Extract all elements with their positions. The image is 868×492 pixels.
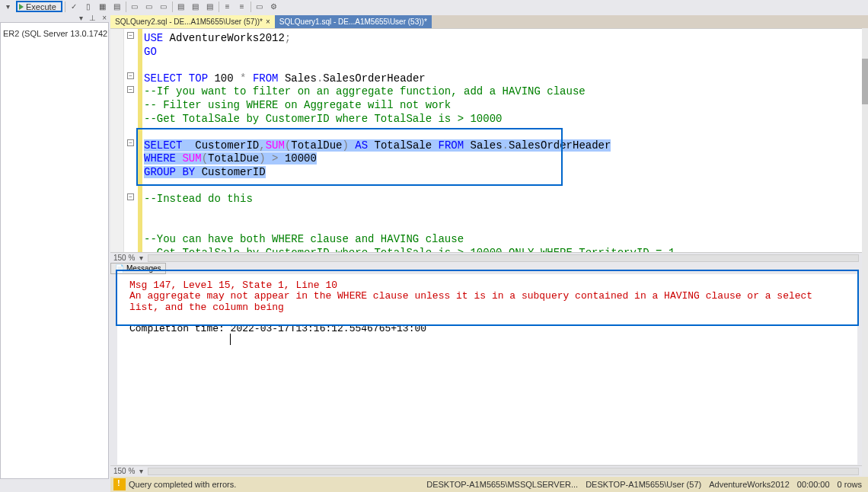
grid-icon[interactable]: ▦ <box>97 1 109 12</box>
execute-button[interactable]: Execute <box>16 1 62 12</box>
bookmark-icon[interactable]: ▭ <box>254 1 266 12</box>
zoom-label: 150 % <box>113 467 135 475</box>
close-icon[interactable]: × <box>100 14 109 22</box>
options-icon[interactable]: ▤ <box>204 1 216 12</box>
horizontal-scrollbar[interactable] <box>148 468 859 475</box>
text-cursor <box>230 334 231 345</box>
status-time: 00:00:00 <box>797 480 830 489</box>
execute-label: Execute <box>26 2 56 11</box>
sql-editor[interactable]: − − − − − USE AdventureWorks2012; GO SEL… <box>110 28 862 252</box>
io-icon[interactable]: ▭ <box>158 1 170 12</box>
tab-label: SQLQuery2.sql - DE...A1M5655\User (57))* <box>115 18 263 26</box>
zoom-dropdown-icon[interactable]: ▾ <box>139 254 143 262</box>
fold-icon[interactable]: − <box>127 72 134 79</box>
server-node-label: ER2 (SQL Server 13.0.1742.0 - DESKTOP-A <box>3 29 109 38</box>
separator <box>126 2 126 12</box>
object-explorer[interactable]: ER2 (SQL Server 13.0.1742.0 - DESKTOP-A <box>0 22 109 479</box>
fold-icon[interactable]: − <box>127 193 134 200</box>
vertical-scrollbar[interactable] <box>862 28 868 476</box>
fold-gutter: − − − − − <box>124 29 138 252</box>
check-icon[interactable]: ✓ <box>68 1 80 12</box>
separator <box>65 2 65 12</box>
status-server: DESKTOP-A1M5655\MSSQLSERVER... <box>426 480 578 489</box>
plan-icon[interactable]: ▭ <box>129 1 141 12</box>
messages-tab[interactable]: 📄 Messages <box>110 263 166 274</box>
messages-zoom-bar: 150 % ▾ <box>110 465 862 476</box>
separator <box>219 2 219 12</box>
dropdown-icon[interactable]: ▾ <box>77 14 85 22</box>
messages-pane[interactable]: Msg 147, Level 15, State 1, Line 10 An a… <box>117 274 857 465</box>
warning-icon <box>113 478 126 490</box>
outdent-icon[interactable]: ≡ <box>236 1 248 12</box>
pin-icon[interactable]: ⊥ <box>87 14 98 22</box>
fold-icon[interactable]: − <box>127 86 134 93</box>
error-header: Msg 147, Level 15, State 1, Line 10 <box>129 280 845 291</box>
uncomment-icon[interactable]: ▤ <box>190 1 202 12</box>
zoom-label: 150 % <box>113 254 135 262</box>
code-text[interactable]: USE AdventureWorks2012; GO SELECT TOP 10… <box>142 29 862 252</box>
messages-icon: 📄 <box>115 264 124 273</box>
tab-label: SQLQuery1.sql - DE...A1M5655\User (53))* <box>279 18 427 26</box>
status-user: DESKTOP-A1M5655\User (57) <box>586 480 701 489</box>
status-database: AdventureWorks2012 <box>709 480 790 489</box>
fold-icon[interactable]: − <box>127 32 134 39</box>
help-icon[interactable]: ⚙ <box>268 1 280 12</box>
tab-sqlquery2[interactable]: SQLQuery2.sql - DE...A1M5655\User (57))*… <box>110 15 275 28</box>
editor-zoom-bar: 150 % ▾ <box>110 252 862 263</box>
comment-icon[interactable]: ▤ <box>175 1 187 12</box>
fold-icon[interactable]: − <box>127 139 134 146</box>
close-icon[interactable]: × <box>266 18 270 26</box>
status-rows: 0 rows <box>838 480 862 489</box>
zoom-dropdown-icon[interactable]: ▾ <box>139 467 143 475</box>
status-bar: Query completed with errors. DESKTOP-A1M… <box>110 477 868 492</box>
indent-icon[interactable]: ≡ <box>222 1 234 12</box>
horizontal-scrollbar[interactable] <box>148 254 859 262</box>
messages-tab-label: Messages <box>126 264 161 273</box>
status-message: Query completed with errors. <box>129 480 236 489</box>
editor-margin <box>110 29 124 252</box>
scrollbar-thumb[interactable] <box>862 59 868 104</box>
tab-sqlquery1[interactable]: SQLQuery1.sql - DE...A1M5655\User (53))* <box>275 15 432 28</box>
run-dropdown-icon[interactable]: ▾ <box>2 1 14 12</box>
stats-icon[interactable]: ▭ <box>143 1 155 12</box>
separator <box>251 2 251 12</box>
separator <box>172 2 173 12</box>
db-icon[interactable]: ▯ <box>82 1 94 12</box>
completion-time: Completion time: 2022-03-17T13:16:12.554… <box>129 324 845 334</box>
error-detail: An aggregate may not appear in the WHERE… <box>129 291 845 313</box>
document-tabs: SQLQuery2.sql - DE...A1M5655\User (57))*… <box>110 15 868 28</box>
text-icon[interactable]: ▤ <box>111 1 123 12</box>
object-explorer-header: ▾ ⊥ × <box>0 13 109 22</box>
play-icon <box>19 4 24 10</box>
toolbar: ▾ Execute ✓ ▯ ▦ ▤ ▭ ▭ ▭ ▤ ▤ ▤ ≡ ≡ ▭ ⚙ <box>0 0 868 13</box>
